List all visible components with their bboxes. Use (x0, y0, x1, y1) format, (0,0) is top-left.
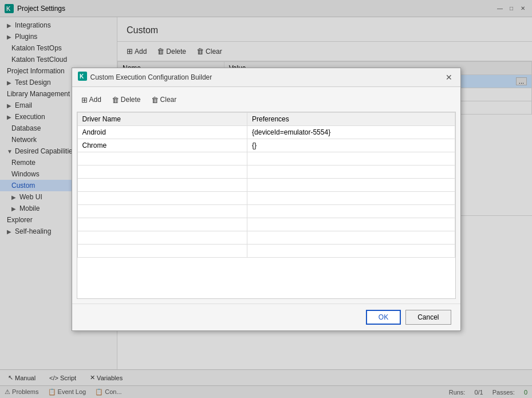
modal-add-label: Add (89, 96, 101, 104)
modal-col-driver: Driver Name (77, 112, 247, 125)
modal-dialog: K Custom Execution Configuration Builder… (72, 68, 461, 331)
modal-driver-android: Android (77, 125, 247, 139)
modal-toolbar: ⊞ Add 🗑 Delete 🗑 Clear (77, 92, 456, 108)
cancel-button[interactable]: Cancel (405, 310, 451, 325)
modal-row-empty-6[interactable] (77, 218, 455, 231)
modal-add-button[interactable]: ⊞ Add (77, 94, 106, 106)
modal-col-preferences: Preferences (247, 112, 455, 125)
modal-delete-label: Delete (121, 96, 141, 104)
modal-overlay: K Custom Execution Configuration Builder… (0, 0, 532, 398)
modal-driver-chrome: Chrome (77, 139, 247, 152)
modal-footer: OK Cancel (72, 304, 460, 330)
modal-add-icon: ⊞ (81, 96, 88, 104)
modal-row-empty-2[interactable] (77, 165, 455, 178)
modal-titlebar: K Custom Execution Configuration Builder… (72, 68, 460, 87)
modal-row-android[interactable]: Android {deviceId=emulator-5554} (77, 125, 455, 139)
modal-app-icon: K (78, 72, 87, 82)
modal-clear-button[interactable]: 🗑 Clear (147, 94, 182, 106)
ok-button[interactable]: OK (366, 310, 401, 325)
modal-row-empty-3[interactable] (77, 178, 455, 191)
modal-delete-button[interactable]: 🗑 Delete (107, 94, 145, 106)
modal-row-empty-5[interactable] (77, 204, 455, 218)
modal-clear-icon: 🗑 (151, 96, 159, 104)
modal-row-empty-8[interactable] (77, 244, 455, 257)
modal-pref-chrome: {} (247, 139, 455, 152)
modal-content: ⊞ Add 🗑 Delete 🗑 Clear Driver Name (72, 87, 460, 304)
modal-row-empty-7[interactable] (77, 231, 455, 244)
modal-title: Custom Execution Configuration Builder (90, 73, 440, 81)
modal-row-chrome[interactable]: Chrome {} (77, 139, 455, 152)
modal-table-container: Driver Name Preferences Android {deviceI… (77, 112, 456, 299)
modal-row-empty-4[interactable] (77, 191, 455, 204)
modal-delete-icon: 🗑 (112, 96, 119, 104)
modal-clear-label: Clear (160, 96, 177, 104)
modal-table: Driver Name Preferences Android {deviceI… (77, 112, 455, 258)
modal-close-button[interactable]: ✕ (443, 72, 455, 83)
modal-pref-android: {deviceId=emulator-5554} (247, 125, 455, 139)
svg-text:K: K (80, 73, 84, 80)
modal-row-empty-1[interactable] (77, 152, 455, 165)
